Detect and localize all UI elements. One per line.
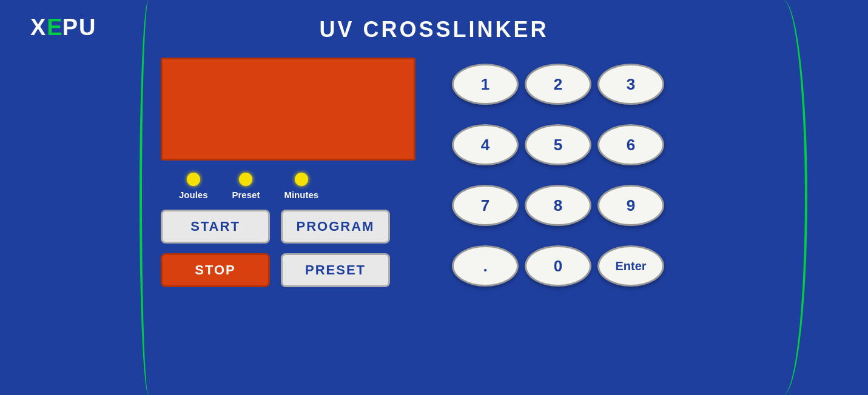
action-row-1: START PROGRAM xyxy=(161,210,428,244)
key-4-button[interactable]: 4 xyxy=(452,124,519,165)
preset-label: Preset xyxy=(232,190,260,200)
left-section: Joules Preset Minutes START PROGRAM STOP… xyxy=(161,58,428,287)
preset-button[interactable]: PRESET xyxy=(281,253,390,287)
logo-pu-text: PU xyxy=(62,15,97,41)
key-8-button[interactable]: 8 xyxy=(525,185,591,226)
indicator-minutes: Minutes xyxy=(284,173,318,200)
key-1-button[interactable]: 1 xyxy=(452,64,519,105)
key-0-button[interactable]: 0 xyxy=(525,245,591,287)
main-panel: Joules Preset Minutes START PROGRAM STOP… xyxy=(161,58,819,359)
minutes-dot xyxy=(295,173,308,186)
start-button[interactable]: START xyxy=(161,210,270,244)
joules-dot xyxy=(187,173,200,186)
preset-dot xyxy=(239,173,252,186)
keypad: 1 2 3 4 5 6 7 8 9 . 0 Enter xyxy=(452,64,664,300)
logo-e-letter: E xyxy=(47,15,62,41)
action-row-2: STOP PRESET xyxy=(161,253,428,287)
minutes-label: Minutes xyxy=(284,190,318,200)
key-3-button[interactable]: 3 xyxy=(597,64,664,105)
joules-label: Joules xyxy=(179,190,208,200)
key-dot-button[interactable]: . xyxy=(452,245,519,287)
display-screen xyxy=(161,58,415,161)
page-title: UV CROSSLINKER xyxy=(319,17,548,42)
logo: X E PU xyxy=(30,15,97,41)
key-6-button[interactable]: 6 xyxy=(597,124,664,165)
key-5-button[interactable]: 5 xyxy=(525,124,591,165)
indicator-preset: Preset xyxy=(232,173,260,200)
program-button[interactable]: PROGRAM xyxy=(281,210,390,244)
curve-left-decoration xyxy=(140,0,158,395)
key-7-button[interactable]: 7 xyxy=(452,185,519,226)
key-2-button[interactable]: 2 xyxy=(525,64,591,105)
indicators-row: Joules Preset Minutes xyxy=(161,173,428,200)
logo-text: X xyxy=(30,15,47,41)
stop-button[interactable]: STOP xyxy=(161,253,270,287)
key-enter-button[interactable]: Enter xyxy=(597,245,664,287)
indicator-joules: Joules xyxy=(179,173,208,200)
key-9-button[interactable]: 9 xyxy=(597,185,664,226)
